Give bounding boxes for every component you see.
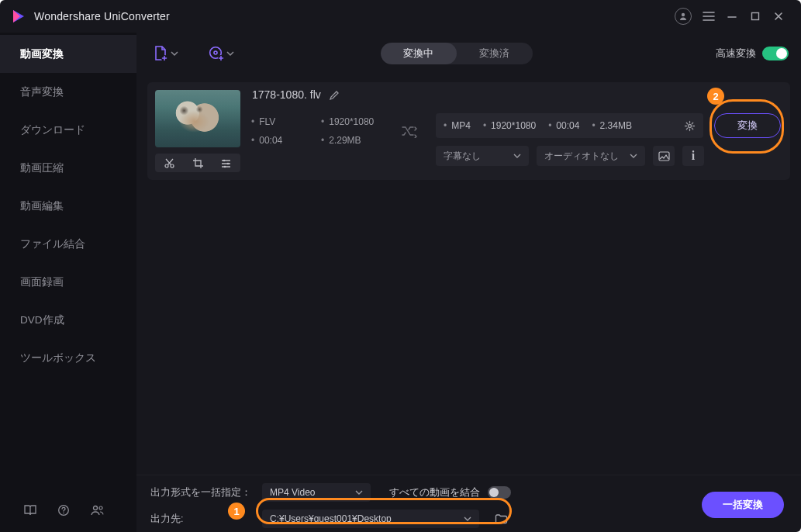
close-icon xyxy=(774,12,783,21)
sidebar-item-label: ツールボックス xyxy=(20,351,96,365)
hamburger-icon xyxy=(703,12,715,21)
audio-track-select[interactable]: オーディオトなし xyxy=(537,146,645,166)
sidebar: 動画変換 音声変換 ダウンロード 動画圧縮 動画編集 ファイル結合 画面録画 D… xyxy=(0,33,136,532)
mediainfo-button[interactable]: i xyxy=(682,146,704,166)
footer: 出力形式を一括指定： MP4 Video すべての動画を結合 出力先: C:¥U… xyxy=(136,475,801,532)
output-format-value: MP4 Video xyxy=(270,487,315,498)
svg-point-13 xyxy=(227,162,230,164)
svg-point-5 xyxy=(99,506,102,510)
toolbar: 変換中 変換済 高速変換 xyxy=(136,33,801,74)
status-tabs: 変換中 変換済 xyxy=(381,43,533,64)
out-size: 2.34MB xyxy=(592,120,632,131)
output-settings-bar[interactable]: MP4 1920*1080 00:04 2.34MB xyxy=(436,113,703,138)
out-duration: 00:04 xyxy=(548,120,579,131)
src-duration: 00:04 xyxy=(251,135,313,154)
output-settings-button[interactable] xyxy=(684,120,696,132)
chevron-down-icon xyxy=(355,489,363,496)
image-icon xyxy=(658,151,670,161)
convert-all-button[interactable]: 一括変換 xyxy=(702,492,784,518)
output-format-label: 出力形式を一括指定： xyxy=(150,486,251,499)
svg-point-4 xyxy=(94,506,98,510)
src-resolution: 1920*1080 xyxy=(321,116,383,135)
file-name: 1778-1080. xyxy=(252,88,307,101)
merge-all-toggle[interactable]: すべての動画を結合 xyxy=(389,486,511,499)
disc-add-icon xyxy=(208,45,225,62)
sidebar-item-edit[interactable]: 動画編集 xyxy=(0,187,136,225)
maximize-button[interactable] xyxy=(744,5,767,28)
svg-point-12 xyxy=(223,159,226,161)
high-speed-toggle[interactable]: 高速変換 xyxy=(716,47,789,60)
output-format-select[interactable]: MP4 Video xyxy=(262,483,371,502)
convert-button[interactable]: 変換 xyxy=(714,113,781,138)
subtitle-select[interactable]: 字幕なし xyxy=(436,146,529,166)
svg-rect-16 xyxy=(659,152,669,161)
merge-label: すべての動画を結合 xyxy=(389,486,480,499)
tab-label: 変換中 xyxy=(403,47,433,60)
toggle-off-icon xyxy=(488,486,511,499)
people-icon xyxy=(90,504,105,516)
sidebar-item-label: 音声変換 xyxy=(20,85,64,99)
effects-button[interactable] xyxy=(212,154,240,172)
svg-point-8 xyxy=(214,51,217,54)
sidebar-item-dvd[interactable]: DVD作成 xyxy=(0,301,136,339)
high-speed-label: 高速変換 xyxy=(716,47,756,60)
minimize-button[interactable] xyxy=(720,5,744,28)
sidebar-item-label: 動画圧縮 xyxy=(20,161,64,175)
video-thumbnail[interactable] xyxy=(155,90,240,147)
source-info: FLV 1920*1080 00:04 2.29MB xyxy=(251,90,383,172)
chevron-down-icon xyxy=(171,50,178,57)
svg-rect-1 xyxy=(752,13,759,20)
app-logo-icon xyxy=(11,9,26,24)
browse-folder-button[interactable] xyxy=(490,510,512,528)
file-card: 1778-1080. flv xyxy=(147,82,790,180)
file-add-icon xyxy=(152,45,169,62)
shuffle-icon xyxy=(401,124,418,138)
svg-point-10 xyxy=(165,164,168,168)
convert-all-label: 一括変換 xyxy=(723,498,763,512)
sliders-icon xyxy=(220,157,232,169)
tab-converted[interactable]: 変換済 xyxy=(457,43,533,64)
sidebar-item-toolbox[interactable]: ツールボックス xyxy=(0,339,136,377)
minimize-icon xyxy=(727,11,737,22)
rename-button[interactable] xyxy=(329,89,340,101)
sidebar-item-label: 動画編集 xyxy=(20,199,64,213)
menu-button[interactable] xyxy=(697,5,720,28)
output-path-field[interactable]: C:¥Users¥guest001¥Desktop xyxy=(262,510,479,528)
account-button[interactable] xyxy=(674,5,697,28)
sidebar-item-audio-convert[interactable]: 音声変換 xyxy=(0,73,136,111)
chevron-down-icon xyxy=(464,516,471,522)
contacts-button[interactable] xyxy=(90,504,105,516)
out-format: MP4 xyxy=(444,120,471,131)
close-button[interactable] xyxy=(767,5,790,28)
preview-button[interactable] xyxy=(653,146,675,166)
sidebar-item-merge[interactable]: ファイル結合 xyxy=(0,225,136,263)
src-size: 2.29MB xyxy=(321,135,383,154)
audio-value: オーディオトなし xyxy=(544,150,619,163)
crop-button[interactable] xyxy=(184,154,212,172)
sidebar-item-download[interactable]: ダウンロード xyxy=(0,111,136,149)
help-button[interactable] xyxy=(57,504,70,516)
sidebar-item-label: DVD作成 xyxy=(20,313,64,327)
add-disc-button[interactable] xyxy=(205,42,228,65)
sidebar-item-compress[interactable]: 動画圧縮 xyxy=(0,149,136,187)
chevron-down-icon xyxy=(226,50,234,57)
svg-point-0 xyxy=(682,13,685,16)
folder-icon xyxy=(495,513,508,524)
info-icon: i xyxy=(692,149,695,163)
trim-button[interactable] xyxy=(155,154,184,172)
sidebar-item-record[interactable]: 画面録画 xyxy=(0,263,136,301)
user-avatar-icon xyxy=(675,8,692,25)
output-path-value: C:¥Users¥guest001¥Desktop xyxy=(270,513,392,524)
library-button[interactable] xyxy=(23,504,37,516)
chevron-down-icon xyxy=(630,153,637,159)
crop-icon xyxy=(192,157,204,169)
book-icon xyxy=(23,504,37,516)
tab-converting[interactable]: 変換中 xyxy=(381,43,457,64)
sidebar-item-label: ダウンロード xyxy=(20,123,85,137)
transform-indicator xyxy=(394,90,425,172)
add-file-button[interactable] xyxy=(149,42,172,65)
file-ext: flv xyxy=(310,88,321,101)
sidebar-item-label: 動画変換 xyxy=(20,47,64,61)
help-icon xyxy=(57,504,70,516)
sidebar-item-video-convert[interactable]: 動画変換 xyxy=(0,35,136,73)
